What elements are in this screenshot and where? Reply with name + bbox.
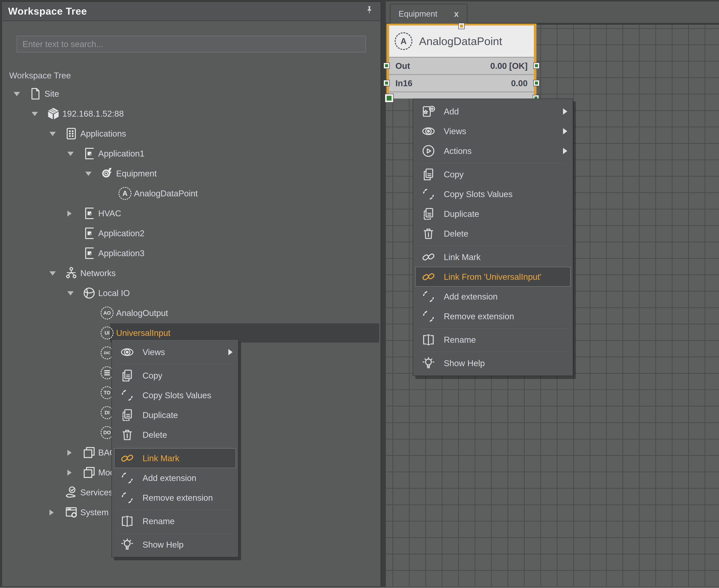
application2-icon	[82, 226, 96, 240]
chevron-down-icon[interactable]	[85, 172, 91, 176]
menu-item-copy[interactable]: Copy	[413, 164, 573, 184]
tree-item-hvac[interactable]: HVAC	[2, 203, 380, 223]
chevron-down-icon[interactable]	[14, 92, 20, 96]
bulb-icon	[119, 537, 135, 552]
block-selection-right-border	[534, 25, 536, 99]
chevron-down-icon[interactable]	[67, 291, 74, 295]
slot-connector-out-left[interactable]	[384, 63, 390, 69]
slot-row-out[interactable]: Out0.00 [OK]	[389, 57, 534, 74]
tree-item-application2[interactable]: Application2	[2, 223, 380, 243]
menu-item-add[interactable]: Add	[413, 102, 573, 121]
workspace-tree-header: Workspace Tree	[2, 2, 381, 20]
addnode-icon	[420, 104, 436, 120]
analog-data-point-block[interactable]: A AnalogDataPoint Out0.00 [OK]In160.00	[387, 24, 536, 99]
menu-item-views[interactable]: Views	[413, 121, 573, 141]
arcs-icon	[119, 470, 135, 486]
menu-item-label: Add extension	[444, 292, 498, 301]
trash-icon	[420, 226, 436, 241]
menu-item-duplicate[interactable]: Duplicate	[112, 405, 238, 425]
slot-connector-in16-right[interactable]	[533, 80, 539, 86]
tree-context-menu: ViewsCopyCopy Slots ValuesDuplicateDelet…	[111, 339, 239, 558]
menu-separator	[117, 509, 232, 510]
menu-item-link-from-universalinput[interactable]: Link From 'UniversalInput'	[415, 267, 571, 287]
menu-separator	[419, 162, 567, 163]
tab-label: Equipment	[398, 9, 437, 18]
window-bottom-edge	[0, 587, 719, 588]
tree-item-label: Services	[80, 482, 113, 502]
analogoutput-icon: AO	[100, 306, 114, 320]
tree-item-applications[interactable]: Applications	[2, 124, 380, 144]
rename-icon	[119, 513, 135, 529]
menu-separator	[419, 245, 567, 246]
menu-item-add-extension[interactable]: Add extension	[413, 287, 573, 307]
networks-icon	[64, 266, 78, 280]
arcs-icon	[119, 490, 135, 506]
applications-icon	[64, 127, 78, 141]
tree-item-192-168-1-52-88[interactable]: 192.168.1.52:88	[2, 104, 380, 124]
menu-item-show-help[interactable]: Show Help	[413, 353, 573, 373]
tree-item-local-io[interactable]: Local IO	[2, 283, 380, 303]
eye-icon	[420, 123, 436, 139]
menu-item-link-mark[interactable]: Link Mark	[413, 247, 573, 267]
tree-item-application1[interactable]: Application1	[2, 144, 380, 164]
menu-separator	[117, 363, 232, 364]
menu-item-add-extension[interactable]: Add extension	[112, 468, 238, 488]
menu-item-copy-slots-values[interactable]: Copy Slots Values	[112, 385, 238, 405]
tree-item-label: System	[80, 502, 108, 522]
slot-connector-out-right[interactable]	[533, 63, 539, 69]
rename-icon	[420, 332, 436, 348]
menu-item-link-mark[interactable]: Link Mark	[114, 448, 236, 468]
submenu-arrow-icon	[228, 349, 232, 355]
tree-item-equipment[interactable]: Equipment	[2, 164, 380, 184]
menu-item-delete[interactable]: Delete	[413, 224, 573, 244]
tree-item-analogdatapoint[interactable]: AAnalogDataPoint	[2, 184, 380, 203]
menu-item-label: Show Help	[444, 358, 485, 368]
duplicate-icon	[119, 407, 135, 423]
search-input[interactable]	[17, 36, 366, 52]
tree-item-label: AnalogOutput	[116, 303, 168, 323]
resize-handle-bottom-left[interactable]	[385, 94, 394, 103]
menu-item-duplicate[interactable]: Duplicate	[413, 204, 573, 224]
bac-icon	[82, 445, 96, 460]
chevron-right-icon[interactable]	[67, 211, 71, 216]
menu-item-copy[interactable]: Copy	[112, 365, 238, 385]
menu-item-views[interactable]: Views	[112, 342, 238, 362]
menu-item-label: Copy	[143, 371, 162, 381]
chevron-down-icon[interactable]	[49, 132, 56, 136]
chevron-right-icon[interactable]	[67, 450, 71, 456]
chevron-down-icon[interactable]	[67, 152, 74, 156]
chevron-right-icon[interactable]	[49, 509, 54, 516]
tree-item-application3[interactable]: Application3	[2, 243, 380, 263]
chevron-down-icon[interactable]	[49, 271, 56, 276]
menu-item-rename[interactable]: Rename	[112, 511, 238, 531]
menu-item-remove-extension[interactable]: Remove extension	[112, 488, 238, 507]
tab-equipment[interactable]: Equipment x	[390, 4, 467, 23]
link-icon	[119, 450, 135, 466]
menu-item-label: Actions	[444, 146, 472, 156]
slot-value: 0.00	[511, 78, 528, 88]
resize-handle-top[interactable]	[458, 23, 465, 29]
tree-item-label: Networks	[80, 263, 116, 283]
tree-item-site[interactable]: Site	[2, 84, 380, 104]
menu-item-rename[interactable]: Rename	[413, 330, 573, 350]
chevron-down-icon[interactable]	[32, 112, 38, 116]
menu-item-copy-slots-values[interactable]: Copy Slots Values	[413, 184, 573, 204]
tree-item-analogoutput[interactable]: AOAnalogOutput	[2, 303, 380, 323]
menu-separator	[117, 446, 232, 447]
menu-item-actions[interactable]: Actions	[413, 141, 573, 161]
block-header[interactable]: A AnalogDataPoint	[389, 25, 534, 57]
copy-icon	[420, 166, 436, 182]
menu-item-remove-extension[interactable]: Remove extension	[413, 307, 573, 326]
hvac-icon	[82, 206, 96, 220]
pin-icon[interactable]	[364, 5, 374, 17]
panel-title: Workspace Tree	[8, 5, 87, 17]
menu-item-show-help[interactable]: Show Help	[112, 535, 238, 554]
slot-row-in16[interactable]: In160.00	[389, 74, 534, 91]
chevron-right-icon[interactable]	[67, 470, 71, 476]
tab-close-icon[interactable]: x	[454, 9, 459, 19]
tab-strip: Equipment x	[386, 1, 719, 25]
menu-item-label: Copy Slots Values	[143, 390, 211, 400]
menu-item-delete[interactable]: Delete	[112, 425, 238, 445]
tree-item-networks[interactable]: Networks	[2, 263, 380, 283]
slot-connector-in16-left[interactable]	[384, 80, 390, 86]
